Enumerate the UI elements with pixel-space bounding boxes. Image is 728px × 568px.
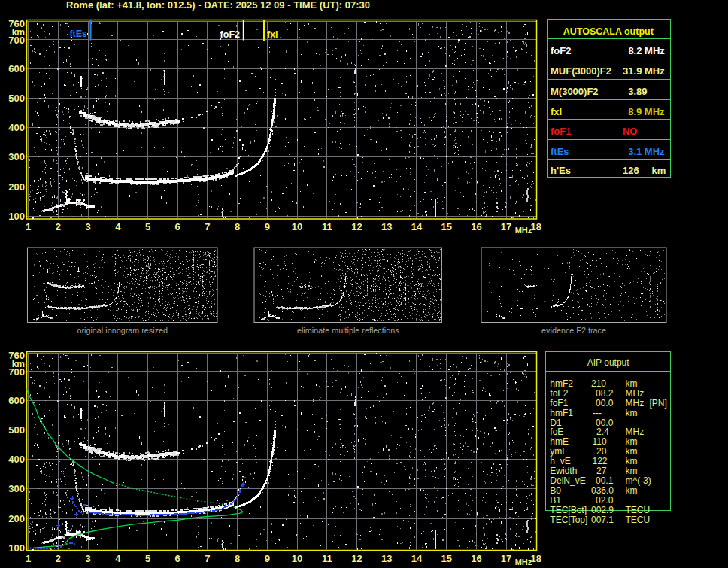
svg-text:15: 15 [441, 553, 451, 564]
svg-text:13: 13 [381, 221, 392, 232]
svg-text:2: 2 [56, 553, 61, 564]
svg-text:km: km [626, 485, 638, 496]
svg-text:DelN_vE: DelN_vE [550, 475, 585, 486]
svg-text:00.1: 00.1 [596, 475, 614, 486]
svg-text:foE: foE [550, 427, 563, 437]
svg-text:TECU: TECU [626, 515, 651, 525]
svg-text:eliminate multiple reflections: eliminate multiple reflections [297, 326, 399, 335]
svg-text:ymE: ymE [550, 446, 568, 457]
svg-text:12: 12 [351, 221, 362, 232]
svg-text:8.9 MHz: 8.9 MHz [628, 106, 665, 117]
svg-text:5: 5 [145, 221, 150, 232]
svg-text:14: 14 [411, 221, 423, 232]
svg-text:200: 200 [8, 181, 25, 193]
svg-text:100: 100 [8, 542, 25, 554]
svg-text:13: 13 [381, 553, 392, 564]
svg-text:2.4: 2.4 [596, 427, 609, 437]
svg-text:210: 210 [591, 378, 606, 389]
svg-text:3: 3 [85, 221, 90, 232]
svg-text:fxI: fxI [551, 106, 562, 117]
svg-text:ftEs: ftEs [69, 29, 87, 39]
svg-text:---: --- [593, 408, 602, 418]
svg-text:6: 6 [175, 221, 180, 232]
svg-text:02.0: 02.0 [596, 495, 614, 506]
svg-text:7: 7 [205, 221, 210, 232]
svg-text:evidence F2 trace: evidence F2 trace [541, 326, 606, 335]
svg-text:foF2: foF2 [551, 45, 571, 56]
svg-text:8: 8 [235, 553, 240, 564]
svg-text:AIP output: AIP output [587, 357, 629, 368]
svg-text:hmE: hmE [550, 436, 569, 447]
svg-text:[PN]: [PN] [650, 398, 667, 409]
svg-text:00.0: 00.0 [596, 418, 614, 428]
svg-text:9: 9 [265, 553, 270, 564]
svg-text:17: 17 [501, 553, 511, 564]
svg-text:km: km [626, 408, 638, 418]
svg-text:TECU: TECU [626, 505, 651, 515]
svg-text:31.9 MHz: 31.9 MHz [623, 65, 665, 77]
svg-text:3.89: 3.89 [628, 86, 647, 97]
svg-text:002.9: 002.9 [591, 505, 614, 515]
svg-text:16: 16 [471, 221, 481, 232]
svg-text:km: km [626, 446, 638, 457]
svg-text:27: 27 [596, 466, 607, 476]
svg-text:foF2: foF2 [550, 388, 568, 399]
svg-text:00.0: 00.0 [596, 398, 614, 409]
svg-text:15: 15 [441, 221, 451, 232]
svg-text:100: 100 [8, 211, 25, 222]
svg-text:8: 8 [235, 221, 240, 232]
svg-text:Ewidth: Ewidth [550, 466, 577, 476]
svg-text:MUF(3000)F2: MUF(3000)F2 [551, 65, 611, 77]
svg-text:500: 500 [8, 93, 25, 104]
svg-text:m^(-3): m^(-3) [626, 475, 651, 486]
svg-text:ftEs: ftEs [551, 146, 569, 157]
svg-text:10: 10 [292, 221, 302, 232]
svg-text:4: 4 [115, 221, 121, 232]
svg-text:11: 11 [322, 553, 332, 564]
svg-text:NO: NO [623, 126, 638, 137]
svg-text:km: km [626, 378, 638, 389]
svg-text:foF1: foF1 [551, 126, 571, 137]
svg-text:1: 1 [26, 553, 31, 564]
svg-text:18: 18 [531, 221, 541, 232]
svg-text:17: 17 [501, 221, 511, 232]
svg-text:400: 400 [8, 454, 25, 465]
svg-text:km: km [652, 165, 666, 176]
svg-text:D1: D1 [550, 418, 562, 428]
svg-text:MHz: MHz [515, 557, 532, 566]
svg-text:1: 1 [26, 221, 31, 232]
svg-text:B0: B0 [550, 485, 561, 496]
svg-text:5: 5 [145, 553, 150, 564]
svg-text:h_vE: h_vE [550, 456, 570, 466]
svg-text:700: 700 [8, 35, 25, 46]
svg-text:h'Es: h'Es [551, 165, 571, 176]
svg-text:TEC[Bot]: TEC[Bot] [550, 505, 587, 515]
svg-text:7: 7 [205, 553, 210, 564]
svg-text:10: 10 [292, 553, 302, 564]
svg-text:08.2: 08.2 [596, 388, 614, 399]
svg-text:MHz: MHz [626, 427, 645, 437]
svg-text:16: 16 [471, 553, 481, 564]
svg-text:B1: B1 [550, 495, 561, 506]
svg-text:9: 9 [265, 221, 270, 232]
svg-text:fxI: fxI [267, 29, 278, 40]
svg-text:600: 600 [8, 63, 25, 74]
svg-text:MHz: MHz [626, 388, 645, 399]
svg-text:Rome (lat: +41.8, lon: 012.5): Rome (lat: +41.8, lon: 012.5) - DATE: 20… [66, 0, 370, 11]
svg-text:400: 400 [8, 122, 25, 133]
svg-text:3.1 MHz: 3.1 MHz [628, 146, 665, 157]
svg-text:300: 300 [8, 151, 25, 163]
svg-text:200: 200 [8, 513, 25, 524]
svg-text:126: 126 [623, 165, 639, 176]
svg-text:8.2 MHz: 8.2 MHz [628, 45, 665, 56]
svg-text:18: 18 [531, 553, 541, 564]
svg-text:11: 11 [322, 221, 332, 232]
svg-text:km: km [626, 456, 638, 466]
svg-text:500: 500 [8, 424, 25, 436]
svg-text:TEC[Top]: TEC[Top] [550, 515, 587, 525]
svg-text:007.1: 007.1 [591, 515, 614, 525]
svg-text:km: km [626, 436, 638, 447]
svg-text:original ionogram resized: original ionogram resized [77, 326, 168, 335]
svg-text:foF1: foF1 [550, 398, 568, 409]
svg-text:700: 700 [8, 366, 25, 378]
